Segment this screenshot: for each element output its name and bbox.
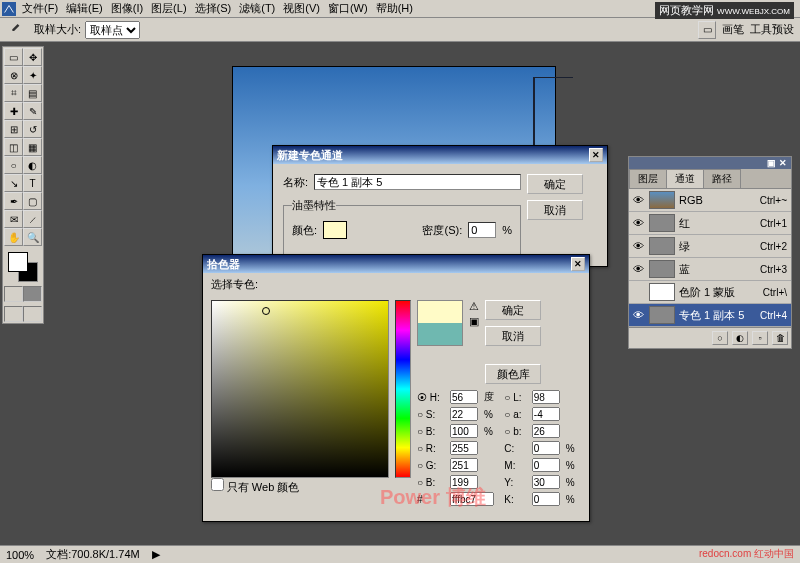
presets-label[interactable]: 工具预设 xyxy=(750,22,794,37)
tool-type[interactable]: T xyxy=(23,174,42,192)
delete-channel-icon[interactable]: 🗑 xyxy=(772,331,788,345)
l-input[interactable] xyxy=(532,390,560,404)
color-swatch[interactable] xyxy=(323,221,347,239)
new-channel-icon[interactable]: ▫ xyxy=(752,331,768,345)
s-input[interactable] xyxy=(450,407,478,421)
tool-lasso[interactable]: ⊗ xyxy=(4,66,23,84)
eye-icon[interactable]: 👁 xyxy=(633,309,645,321)
color-field[interactable] xyxy=(211,300,389,478)
tool-path[interactable]: ↘ xyxy=(4,174,23,192)
sample-size-select[interactable]: 取样点 xyxy=(85,21,140,39)
menu-image[interactable]: 图像(I) xyxy=(111,1,143,16)
channel-thumb xyxy=(649,237,675,255)
tool-eraser[interactable]: ◫ xyxy=(4,138,23,156)
tool-brush[interactable]: ✎ xyxy=(23,102,42,120)
b-input[interactable] xyxy=(450,424,478,438)
watermark-center: Power 博维 xyxy=(380,484,486,511)
tab-paths[interactable]: 路径 xyxy=(703,169,741,188)
menu-help[interactable]: 帮助(H) xyxy=(376,1,413,16)
h-input[interactable] xyxy=(450,390,478,404)
tool-move[interactable]: ✥ xyxy=(23,48,42,66)
channel-row[interactable]: 色阶 1 蒙版Ctrl+\ xyxy=(629,281,791,304)
menu-filter[interactable]: 滤镜(T) xyxy=(239,1,275,16)
close-icon[interactable]: ✕ xyxy=(589,148,603,162)
m-input[interactable] xyxy=(532,458,560,472)
r-input[interactable] xyxy=(450,441,478,455)
channel-row[interactable]: 👁蓝Ctrl+3 xyxy=(629,258,791,281)
tool-pen[interactable]: ✒ xyxy=(4,192,23,210)
eye-icon[interactable] xyxy=(633,286,645,298)
brushes-label[interactable]: 画笔 xyxy=(722,22,744,37)
tool-wand[interactable]: ✦ xyxy=(23,66,42,84)
tool-gradient[interactable]: ▦ xyxy=(23,138,42,156)
channel-row[interactable]: 👁红Ctrl+1 xyxy=(629,212,791,235)
menu-file[interactable]: 文件(F) xyxy=(22,1,58,16)
g-input[interactable] xyxy=(450,458,478,472)
channel-shortcut: Ctrl+4 xyxy=(760,310,787,321)
tool-crop[interactable]: ⌗ xyxy=(4,84,23,102)
cube-icon[interactable]: ▣ xyxy=(469,315,479,328)
density-input[interactable] xyxy=(468,222,496,238)
tool-dodge[interactable]: ◐ xyxy=(23,156,42,174)
tool-shape[interactable]: ▢ xyxy=(23,192,42,210)
color-libraries-button[interactable]: 颜色库 xyxy=(485,364,541,384)
svg-rect-0 xyxy=(2,2,16,16)
c-input[interactable] xyxy=(532,441,560,455)
cancel-button[interactable]: 取消 xyxy=(527,200,583,220)
a-input[interactable] xyxy=(532,407,560,421)
eye-icon[interactable]: 👁 xyxy=(633,263,645,275)
color-label: 颜色: xyxy=(292,223,317,238)
load-selection-icon[interactable]: ○ xyxy=(712,331,728,345)
menu-view[interactable]: 视图(V) xyxy=(283,1,320,16)
y-input[interactable] xyxy=(532,475,560,489)
tool-hand[interactable]: ✋ xyxy=(4,228,23,246)
tool-notes[interactable]: ✉ xyxy=(4,210,23,228)
k-input[interactable] xyxy=(532,492,560,506)
channel-row[interactable]: 👁RGBCtrl+~ xyxy=(629,189,791,212)
tool-slice[interactable]: ▤ xyxy=(23,84,42,102)
tool-zoom[interactable]: 🔍 xyxy=(23,228,42,246)
tab-channels[interactable]: 通道 xyxy=(666,169,704,188)
eye-icon[interactable]: 👁 xyxy=(633,194,645,206)
toolbar-button-1[interactable]: ▭ xyxy=(698,21,716,39)
close-icon[interactable]: ✕ xyxy=(571,257,585,271)
mode-standard[interactable] xyxy=(4,286,23,302)
ok-button[interactable]: 确定 xyxy=(527,174,583,194)
b2-input[interactable] xyxy=(532,424,560,438)
tool-heal[interactable]: ✚ xyxy=(4,102,23,120)
screen-1[interactable] xyxy=(4,306,23,322)
channel-row[interactable]: 👁专色 1 副本 5Ctrl+4 xyxy=(629,304,791,327)
channel-name: 专色 1 副本 5 xyxy=(679,308,744,323)
color-swatches[interactable] xyxy=(4,250,42,282)
hue-slider[interactable] xyxy=(395,300,411,478)
watermark-top: 网页教学网 WWW.WEBJX.COM xyxy=(655,2,794,19)
picker-ok-button[interactable]: 确定 xyxy=(485,300,541,320)
name-input[interactable] xyxy=(314,174,521,190)
channel-name: RGB xyxy=(679,194,703,206)
tool-stamp[interactable]: ⊞ xyxy=(4,120,23,138)
options-bar: 取样大小: 取样点 ▭ 画笔 工具预设 xyxy=(0,18,800,42)
tool-history[interactable]: ↺ xyxy=(23,120,42,138)
web-only-checkbox[interactable] xyxy=(211,478,224,491)
pct: % xyxy=(502,224,512,236)
save-selection-icon[interactable]: ◐ xyxy=(732,331,748,345)
tool-marquee[interactable]: ▭ xyxy=(4,48,23,66)
channel-shortcut: Ctrl+~ xyxy=(760,195,787,206)
menu-edit[interactable]: 编辑(E) xyxy=(66,1,103,16)
tool-blur[interactable]: ○ xyxy=(4,156,23,174)
tab-layers[interactable]: 图层 xyxy=(629,169,667,188)
zoom-level[interactable]: 100% xyxy=(6,549,34,561)
warning-icon[interactable]: ⚠ xyxy=(469,300,479,313)
screen-2[interactable] xyxy=(23,306,42,322)
panel-close-icon[interactable]: ▣ ✕ xyxy=(767,158,787,168)
toolbox: ▭✥ ⊗✦ ⌗▤ ✚✎ ⊞↺ ◫▦ ○◐ ↘T ✒▢ ✉⟋ ✋🔍 xyxy=(2,46,44,324)
menu-select[interactable]: 选择(S) xyxy=(195,1,232,16)
tool-eyedropper[interactable]: ⟋ xyxy=(23,210,42,228)
channel-row[interactable]: 👁绿Ctrl+2 xyxy=(629,235,791,258)
menu-window[interactable]: 窗口(W) xyxy=(328,1,368,16)
eye-icon[interactable]: 👁 xyxy=(633,240,645,252)
mode-quickmask[interactable] xyxy=(23,286,42,302)
menu-layer[interactable]: 图层(L) xyxy=(151,1,186,16)
picker-cancel-button[interactable]: 取消 xyxy=(485,326,541,346)
eye-icon[interactable]: 👁 xyxy=(633,217,645,229)
